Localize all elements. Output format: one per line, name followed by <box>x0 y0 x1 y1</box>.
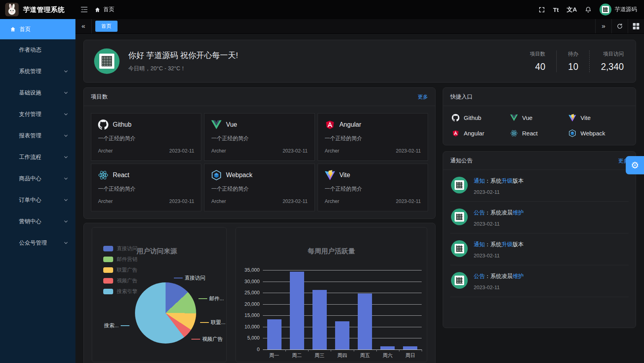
font-size-icon[interactable]: Tt <box>553 6 559 13</box>
shortcut-angular[interactable]: Angular <box>452 129 510 137</box>
vite-icon <box>325 170 335 180</box>
tabs-scroll-right-button[interactable]: » <box>595 19 611 33</box>
user-menu[interactable]: 芋道源码 <box>600 4 637 15</box>
sidebar-item-9[interactable]: 营销中心 <box>0 211 75 232</box>
sidebar-item-4[interactable]: 支付管理 <box>0 104 75 125</box>
chevron-down-icon <box>64 176 68 181</box>
notice-title: 公告：系统凌晨维护 <box>474 209 524 216</box>
chevron-down-icon <box>64 69 68 74</box>
notices-panel-header: 通知公告 更多 <box>443 152 636 170</box>
callout-label: 联盟... <box>211 319 226 326</box>
vue-icon <box>510 114 518 122</box>
legend-item-1[interactable]: 邮件营销 <box>103 256 137 263</box>
refresh-tab-button[interactable] <box>611 19 628 33</box>
bar-ytick-label: 20,000 <box>236 301 260 307</box>
notice-item-3[interactable]: 公告：系统凌晨维护2023-02-11 <box>450 265 629 297</box>
home-icon <box>10 26 16 32</box>
legend-item-0[interactable]: 直接访问 <box>103 245 137 252</box>
sidebar-item-3[interactable]: 基础设施 <box>0 82 75 104</box>
notice-title-highlight: 升级 <box>501 241 513 247</box>
sidebar-item-10[interactable]: 公众号管理 <box>0 232 75 254</box>
projects-more-link[interactable]: 更多 <box>418 93 428 100</box>
vite-icon <box>569 114 576 122</box>
main-content: 你好 芋道源码 祝你开心每一天! 今日晴，20°C - 32°C！ 项目数40待… <box>75 34 644 363</box>
sidebar: 首页作者动态系统管理基础设施支付管理报表管理工作流程商品中心订单中心营销中心公众… <box>0 19 75 363</box>
shortcut-github[interactable]: Github <box>452 114 510 122</box>
fullscreen-icon[interactable] <box>538 6 545 13</box>
legend-item-3[interactable]: 视频广告 <box>103 277 137 284</box>
menu-fold-icon[interactable] <box>80 6 88 14</box>
chevron-down-icon <box>64 219 68 224</box>
project-card-head: Github <box>98 120 194 130</box>
project-card-head: Angular <box>325 120 421 130</box>
github-icon <box>98 120 108 130</box>
shortcut-webpack[interactable]: Webpack <box>569 129 627 137</box>
bar-xtick-label: 周三 <box>308 352 331 359</box>
project-card-vue[interactable]: Vue一个正经的简介Archer2023-02-11 <box>204 113 314 161</box>
shortcut-vue[interactable]: Vue <box>510 114 569 122</box>
chevron-down-icon <box>64 155 68 160</box>
notice-title-text: ：系统 <box>485 178 501 184</box>
project-card-react[interactable]: React一个正经的简介Archer2023-02-11 <box>91 164 201 211</box>
project-card-head: Webpack <box>211 170 307 180</box>
bar-chart-title: 每周用户活跃量 <box>236 247 427 256</box>
pie-chart: 用户访问来源 直接访问邮件营销联盟广告视频广告搜索引擎 直接访问邮件...联盟.… <box>92 227 227 362</box>
bar-0 <box>267 319 282 349</box>
projects-panel: 项目数 更多 Github一个正经的简介Archer2023-02-11Vue一… <box>83 87 436 219</box>
shortcut-vite[interactable]: Vite <box>569 114 627 122</box>
right-column: 快捷入口 GithubVueViteAngularReactWebpack 通知… <box>443 87 636 328</box>
tab-home[interactable]: 首页 <box>95 21 118 32</box>
legend-item-4[interactable]: 搜索引擎 <box>103 288 137 295</box>
theme-settings-button[interactable]: ⚙ <box>626 156 644 174</box>
sidebar-item-7[interactable]: 商品中心 <box>0 168 75 189</box>
sidebar-item-0[interactable]: 首页 <box>0 19 75 39</box>
bar-ytick-label: 10,000 <box>236 324 260 330</box>
project-card-angular[interactable]: Angular一个正经的简介Archer2023-02-11 <box>318 113 428 161</box>
angular-icon <box>325 120 335 130</box>
sidebar-item-label: 系统管理 <box>19 68 64 75</box>
project-name: Vite <box>339 172 350 179</box>
sidebar-item-2[interactable]: 系统管理 <box>0 61 75 82</box>
bar-4 <box>358 293 372 349</box>
sidebar-item-5[interactable]: 报表管理 <box>0 125 75 147</box>
notice-item-0[interactable]: 通知：系统升级版本2023-02-11 <box>450 170 629 202</box>
bar-xtick <box>399 349 399 351</box>
bar-xtick <box>308 349 309 351</box>
legend-item-2[interactable]: 联盟广告 <box>103 266 137 274</box>
tabs-area: 首页 <box>92 19 595 33</box>
breadcrumb[interactable]: 首页 <box>94 6 114 13</box>
chevron-down-icon <box>64 91 68 95</box>
sidebar-item-6[interactable]: 工作流程 <box>0 147 75 168</box>
tabs-scroll-left-button[interactable]: « <box>75 19 92 33</box>
stat-value: 2,340 <box>601 62 624 72</box>
notification-bell-icon[interactable] <box>585 6 592 13</box>
shortcuts-panel-title: 快捷入口 <box>450 93 472 100</box>
username: 芋道源码 <box>615 6 637 13</box>
project-footer: Archer2023-02-11 <box>325 199 421 204</box>
bar-ytick-label: 35,000 <box>236 267 260 273</box>
project-card-vite[interactable]: Vite一个正经的简介Archer2023-02-11 <box>318 164 428 211</box>
notice-item-1[interactable]: 公告：系统凌晨维护2023-02-11 <box>450 202 629 234</box>
tab-actions-button[interactable] <box>628 19 644 33</box>
chevron-down-icon <box>64 112 68 117</box>
callout-line <box>200 322 209 323</box>
notice-body: 公告：系统凌晨维护2023-02-11 <box>474 272 524 290</box>
project-date: 2023-02-11 <box>283 148 308 154</box>
pie-callout-3: 视频广告 <box>191 336 223 343</box>
notice-item-2[interactable]: 通知：系统升级版本2023-02-11 <box>450 234 629 265</box>
notice-avatar <box>451 272 468 289</box>
shortcut-react[interactable]: React <box>510 129 569 137</box>
sidebar-item-8[interactable]: 订单中心 <box>0 189 75 211</box>
project-card-github[interactable]: Github一个正经的简介Archer2023-02-11 <box>91 113 201 161</box>
language-icon[interactable]: 文A <box>567 6 577 14</box>
notice-avatar <box>451 177 468 193</box>
stat-1: 待办10 <box>556 50 589 72</box>
bar-ytick-label: 30,000 <box>236 279 260 284</box>
bar-gridline <box>263 270 422 270</box>
pie-graphic <box>135 282 196 344</box>
app-logo[interactable] <box>5 3 19 16</box>
chevron-down-icon <box>64 133 68 138</box>
project-card-webpack[interactable]: Webpack一个正经的简介Archer2023-02-11 <box>204 164 314 211</box>
bar-ytick-label: 25,000 <box>236 290 260 295</box>
sidebar-item-1[interactable]: 作者动态 <box>0 39 75 61</box>
